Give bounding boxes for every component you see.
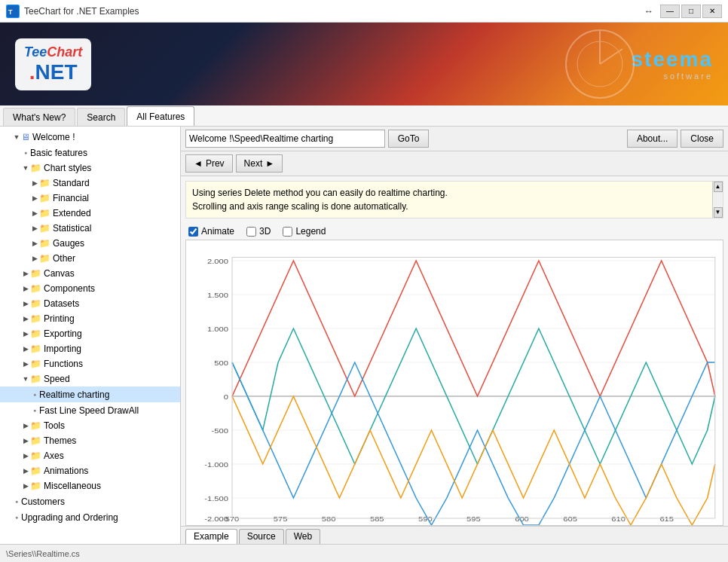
tree-item-themes[interactable]: ▶ 📁 Themes: [0, 433, 180, 448]
status-text: \Series\\Realtime.cs: [6, 549, 80, 558]
folder-icon-misc: 📁: [30, 479, 41, 493]
folder-icon-exporting: 📁: [30, 327, 41, 341]
folder-icon-datasets: 📁: [30, 297, 41, 310]
scroll-down-button[interactable]: ▼: [714, 207, 723, 218]
window-title: TeeChart for .NET Examples: [24, 6, 635, 17]
titlebar: T TeeChart for .NET Examples ↔ — □ ✕: [0, 0, 728, 23]
tab-example[interactable]: Example: [185, 529, 237, 544]
tab-all-features[interactable]: All Features: [127, 106, 194, 126]
minimize-button[interactable]: —: [660, 5, 680, 18]
folder-icon-standard: 📁: [39, 176, 50, 190]
tree-item-exporting[interactable]: ▶ 📁 Exporting: [0, 326, 180, 341]
tree-item-components[interactable]: ▶ 📁 Components: [0, 281, 180, 296]
close-button[interactable]: Close: [681, 130, 723, 148]
svg-text:605: 605: [563, 515, 577, 523]
folder-icon-other: 📁: [39, 252, 50, 265]
svg-text:-1.000: -1.000: [204, 460, 228, 468]
folder-icon-printing: 📁: [30, 312, 41, 325]
goto-button[interactable]: GoTo: [388, 130, 430, 148]
path-toolbar: Welcome !\Speed\Realtime charting GoTo A…: [181, 127, 728, 151]
tab-search[interactable]: Search: [77, 108, 125, 126]
tree-item-gauges[interactable]: ▶ 📁 Gauges: [0, 236, 180, 251]
folder-icon-themes: 📁: [30, 434, 41, 447]
tree-item-welcome[interactable]: ▼ 🖥 Welcome !: [0, 130, 180, 145]
tree-item-standard[interactable]: ▶ 📁 Standard: [0, 176, 180, 191]
app-icon: T: [6, 5, 20, 18]
computer-icon: 🖥: [21, 130, 30, 144]
svg-text:575: 575: [274, 515, 288, 523]
svg-text:580: 580: [322, 515, 336, 523]
info-scrollbar[interactable]: ▲ ▼: [712, 182, 723, 218]
tree-item-datasets[interactable]: ▶ 📁 Datasets: [0, 296, 180, 311]
right-panel: Welcome !\Speed\Realtime charting GoTo A…: [181, 127, 728, 544]
about-button[interactable]: About...: [627, 130, 678, 148]
tree-item-extended[interactable]: ▶ 📁 Extended: [0, 206, 180, 221]
steema-sub: software: [631, 72, 713, 81]
close-button[interactable]: ✕: [702, 5, 722, 18]
legend-label[interactable]: Legend: [283, 226, 326, 237]
tab-whats-new[interactable]: What's New?: [3, 108, 75, 126]
threed-checkbox[interactable]: [246, 227, 256, 237]
threed-label[interactable]: 3D: [246, 226, 271, 237]
legend-checkbox[interactable]: [283, 227, 292, 237]
tree-item-speed[interactable]: ▼ 📁 Speed: [0, 371, 180, 386]
folder-icon-components: 📁: [30, 282, 41, 295]
logo-bottom: .NET: [29, 60, 78, 84]
folder-icon-importing: 📁: [30, 342, 41, 356]
window-controls: ↔ — □ ✕: [639, 5, 722, 18]
svg-text:0: 0: [224, 392, 228, 400]
svg-text:590: 590: [418, 515, 433, 523]
animate-checkbox[interactable]: [188, 227, 198, 237]
info-line1: Using series Delete method you can easil…: [192, 186, 705, 200]
banner: TeeChart .NET steema software: [0, 23, 728, 105]
tree-item-tools[interactable]: ▶ 📁 Tools: [0, 418, 180, 433]
info-box: Using series Delete method you can easil…: [185, 181, 723, 218]
folder-icon-functions: 📁: [30, 357, 41, 371]
chart-controls: Animate 3D Legend: [181, 223, 728, 240]
tree-item-misc[interactable]: ▶ 📁 Miscellaneous: [0, 478, 180, 493]
tree-item-fastline[interactable]: ● Fast Line Speed DrawAll: [0, 402, 180, 418]
bottom-tabs: Example Source Web: [181, 526, 728, 544]
main-area: ▼ 🖥 Welcome ! ● Basic features ▼ 📁 Chart…: [0, 127, 728, 544]
tree-item-upgrading[interactable]: ● Upgrading and Ordering: [0, 509, 180, 525]
folder-icon-canvas: 📁: [30, 267, 41, 280]
info-line2: Scrolling and axis range scaling is done…: [192, 200, 705, 213]
steema-logo: steema software: [631, 47, 713, 81]
nav-row: ◄ ◄ Prev Prev Next ►: [181, 151, 728, 176]
tree-item-animations[interactable]: ▶ 📁 Animations: [0, 463, 180, 478]
svg-text:-1.500: -1.500: [204, 493, 228, 502]
tree-panel: ▼ 🖥 Welcome ! ● Basic features ▼ 📁 Chart…: [0, 127, 181, 544]
tree-item-basic-features[interactable]: ● Basic features: [0, 145, 180, 160]
tree-item-printing[interactable]: ▶ 📁 Printing: [0, 311, 180, 326]
tree-item-importing[interactable]: ▶ 📁 Importing: [0, 341, 180, 356]
scroll-up-button[interactable]: ▲: [714, 182, 723, 192]
tree-item-chart-styles[interactable]: ▼ 📁 Chart styles: [0, 160, 180, 176]
animate-label[interactable]: Animate: [188, 226, 234, 237]
svg-text:1.500: 1.500: [207, 290, 228, 298]
tree-item-other[interactable]: ▶ 📁 Other: [0, 251, 180, 266]
prev-button[interactable]: ◄ ◄ Prev Prev: [185, 154, 233, 173]
tree-item-axes[interactable]: ▶ 📁 Axes: [0, 448, 180, 463]
maximize-button[interactable]: □: [681, 5, 701, 18]
folder-icon-tools: 📁: [30, 419, 41, 432]
folder-icon-statistical: 📁: [39, 221, 50, 235]
tree-item-canvas[interactable]: ▶ 📁 Canvas: [0, 266, 180, 281]
path-input[interactable]: Welcome !\Speed\Realtime charting: [185, 130, 385, 148]
svg-text:1.000: 1.000: [207, 324, 228, 332]
svg-text:-500: -500: [212, 426, 228, 434]
svg-text:585: 585: [370, 515, 384, 523]
tree-item-customers[interactable]: ● Customers: [0, 493, 180, 509]
tree-item-financial[interactable]: ▶ 📁 Financial: [0, 191, 180, 206]
folder-icon-animations: 📁: [30, 464, 41, 478]
folder-icon-financial: 📁: [39, 191, 50, 205]
tree-item-functions[interactable]: ▶ 📁 Functions: [0, 356, 180, 371]
folder-icon-extended: 📁: [39, 206, 50, 220]
svg-text:2.000: 2.000: [207, 256, 228, 264]
tab-web[interactable]: Web: [286, 529, 320, 544]
tree-item-statistical[interactable]: ▶ 📁 Statistical: [0, 221, 180, 236]
tab-source[interactable]: Source: [239, 529, 284, 544]
folder-icon-axes: 📁: [30, 449, 41, 463]
tree-item-realtime[interactable]: ● Realtime charting: [0, 386, 180, 402]
statusbar: \Series\\Realtime.cs: [0, 544, 728, 562]
next-button[interactable]: Next ►: [236, 154, 283, 173]
